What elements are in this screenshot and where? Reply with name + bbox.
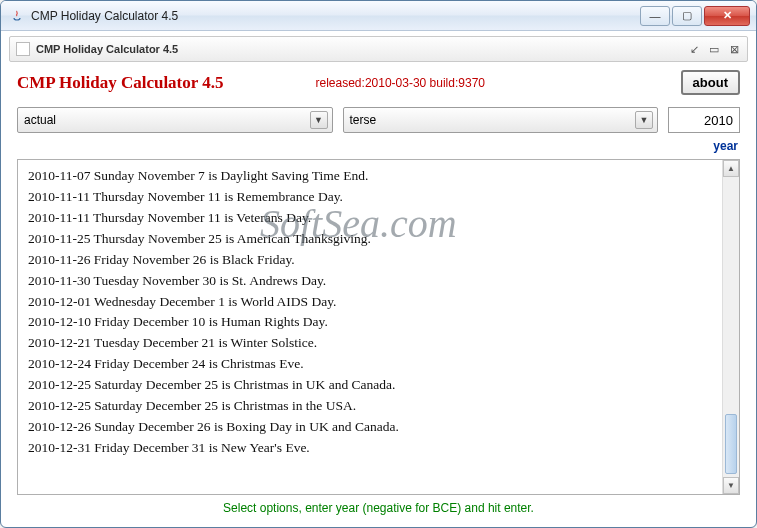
chevron-down-icon: ▼ [310,111,328,129]
mode-selected: actual [24,113,56,127]
result-line: 2010-12-31 Friday December 31 is New Yea… [28,438,712,459]
result-line: 2010-12-26 Sunday December 26 is Boxing … [28,417,712,438]
hint-text: Select options, enter year (negative for… [17,495,740,523]
year-input[interactable] [668,107,740,133]
result-line: 2010-12-01 Wednesday December 1 is World… [28,292,712,313]
content-area: CMP Holiday Calculator 4.5 released:2010… [17,70,740,523]
java-icon [9,8,25,24]
maximize-icon[interactable]: ▭ [707,42,721,56]
result-line: 2010-11-11 Thursday November 11 is Remem… [28,187,712,208]
result-line: 2010-12-24 Friday December 24 is Christm… [28,354,712,375]
controls-row: actual ▼ terse ▼ [17,107,740,133]
release-text: released:2010-03-30 build:9370 [316,76,485,90]
result-line: 2010-11-07 Sunday November 7 is Daylight… [28,166,712,187]
window-buttons: — ▢ ✕ [640,6,750,26]
close-button[interactable]: ✕ [704,6,750,26]
result-line: 2010-12-10 Friday December 10 is Human R… [28,312,712,333]
scrollbar[interactable]: ▲ ▼ [722,160,739,494]
format-selected: terse [350,113,377,127]
about-button[interactable]: about [681,70,740,95]
close-icon[interactable]: ⊠ [727,42,741,56]
titlebar[interactable]: CMP Holiday Calculator 4.5 — ▢ ✕ [1,1,756,31]
scroll-thumb[interactable] [725,414,737,474]
scroll-down-icon[interactable]: ▼ [723,477,739,494]
result-line: 2010-11-25 Thursday November 25 is Ameri… [28,229,712,250]
header-row: CMP Holiday Calculator 4.5 released:2010… [17,70,740,95]
window-title: CMP Holiday Calculator 4.5 [31,9,178,23]
result-line: 2010-12-25 Saturday December 25 is Chris… [28,375,712,396]
format-combobox[interactable]: terse ▼ [343,107,659,133]
internal-frame-titlebar[interactable]: CMP Holiday Calculator 4.5 ↙ ▭ ⊠ [9,36,748,62]
chevron-down-icon: ▼ [635,111,653,129]
result-line: 2010-12-25 Saturday December 25 is Chris… [28,396,712,417]
minimize-button[interactable]: — [640,6,670,26]
result-line: 2010-11-26 Friday November 26 is Black F… [28,250,712,271]
document-icon [16,42,30,56]
scroll-up-icon[interactable]: ▲ [723,160,739,177]
window: CMP Holiday Calculator 4.5 — ▢ ✕ CMP Hol… [0,0,757,528]
results-panel: 2010-11-07 Sunday November 7 is Daylight… [17,159,740,495]
mode-combobox[interactable]: actual ▼ [17,107,333,133]
internal-frame-title: CMP Holiday Calculator 4.5 [36,43,178,55]
result-line: 2010-12-21 Tuesday December 21 is Winter… [28,333,712,354]
result-line: 2010-11-11 Thursday November 11 is Veter… [28,208,712,229]
results-text[interactable]: 2010-11-07 Sunday November 7 is Daylight… [18,160,722,494]
app-title: CMP Holiday Calculator 4.5 [17,73,224,93]
year-label: year [713,139,738,153]
iconify-icon[interactable]: ↙ [687,42,701,56]
maximize-button[interactable]: ▢ [672,6,702,26]
result-line: 2010-11-30 Tuesday November 30 is St. An… [28,271,712,292]
